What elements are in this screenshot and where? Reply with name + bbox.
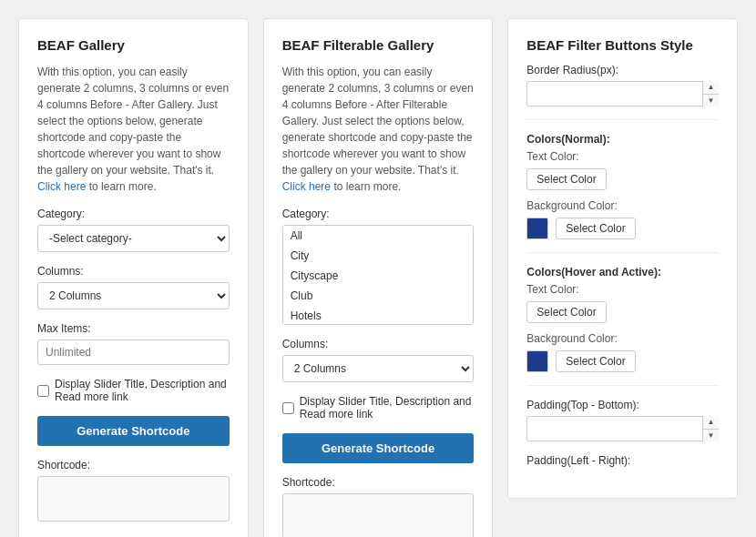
padding-top-bottom-spinners: ▲ ▼	[702, 416, 719, 441]
text-color-normal-btn[interactable]: Select Color	[526, 168, 606, 190]
padding-left-right-label: Padding(Left - Right):	[526, 454, 719, 467]
gallery-maxitems-group: Max Items:	[37, 322, 230, 365]
hover-text-color-row: Select Color	[526, 301, 719, 323]
divider-2	[526, 252, 719, 253]
filterable-checkbox[interactable]	[282, 402, 294, 414]
border-radius-group: Border Radius(px): ▲ ▼	[526, 64, 719, 106]
text-color-normal-label: Text Color:	[526, 150, 719, 163]
gallery-columns-label: Columns:	[37, 265, 230, 278]
gallery-shortcode-textarea[interactable]	[37, 476, 230, 522]
filterable-columns-label: Columns:	[282, 338, 475, 350]
filterable-panel-description: With this option, you can easily generat…	[282, 64, 475, 195]
category-item-all[interactable]: All	[283, 226, 474, 246]
filterable-checkbox-label[interactable]: Display Slider Title, Description and Re…	[282, 395, 475, 420]
category-item-hotels[interactable]: Hotels	[283, 306, 474, 325]
filterable-panel-title: BEAF Filterable Gallery	[282, 37, 475, 53]
gallery-maxitems-label: Max Items:	[37, 322, 230, 335]
border-radius-up-btn[interactable]: ▲	[703, 81, 719, 95]
filterable-category-label: Category:	[282, 208, 475, 220]
gallery-generate-btn[interactable]: Generate Shortcode	[37, 416, 230, 446]
gallery-columns-select[interactable]: 2 Columns 3 Columns 4 Columns	[37, 282, 230, 309]
filterable-click-here-link[interactable]: Click here	[282, 180, 331, 193]
hover-bg-color-label: Background Color:	[526, 332, 719, 345]
filterable-shortcode-label: Shortcode:	[282, 476, 475, 489]
category-item-club[interactable]: Club	[283, 286, 474, 306]
gallery-panel-title: BEAF Gallery	[37, 37, 230, 53]
filterable-shortcode-textarea[interactable]	[282, 493, 475, 537]
gallery-category-group: Category: -Select category-	[37, 208, 230, 252]
bg-color-normal-btn[interactable]: Select Color	[556, 218, 635, 239]
text-color-normal-row: Select Color	[526, 168, 719, 190]
gallery-category-select[interactable]: -Select category-	[37, 225, 230, 252]
category-item-cityscape[interactable]: Cityscape	[283, 266, 474, 286]
padding-top-bottom-input[interactable]	[526, 416, 719, 441]
border-radius-spinners: ▲ ▼	[702, 81, 719, 106]
hover-bg-color-row: Select Color	[526, 350, 719, 372]
gallery-checkbox-label[interactable]: Display Slider Title, Description and Re…	[37, 378, 230, 403]
padding-top-bottom-group: Padding(Top - Bottom): ▲ ▼	[526, 399, 719, 441]
border-radius-down-btn[interactable]: ▼	[703, 95, 719, 107]
border-radius-input[interactable]	[526, 81, 719, 106]
bg-color-normal-row: Select Color	[526, 218, 719, 239]
divider-3	[526, 385, 719, 386]
bg-color-normal-label: Background Color:	[526, 199, 719, 212]
filterable-columns-group: Columns: 2 Columns 3 Columns 4 Columns	[282, 338, 475, 382]
colors-normal-label: Colors(Normal):	[526, 133, 719, 146]
filterable-category-group: Category: All City Cityscape Club Hotels	[282, 208, 475, 325]
filter-buttons-style-panel: BEAF Filter Buttons Style Border Radius(…	[507, 18, 738, 499]
padding-top-bottom-down-btn[interactable]: ▼	[703, 430, 719, 442]
filterable-category-multiselect[interactable]: All City Cityscape Club Hotels	[282, 225, 475, 325]
colors-hover-group: Colors(Hover and Active): Text Color: Se…	[526, 266, 719, 372]
gallery-maxitems-input[interactable]	[37, 339, 230, 365]
hover-bg-color-btn[interactable]: Select Color	[556, 350, 635, 372]
hover-bg-color-swatch	[526, 350, 548, 372]
gallery-shortcode-label: Shortcode:	[37, 459, 230, 471]
gallery-panel: BEAF Gallery With this option, you can e…	[18, 18, 249, 537]
colors-normal-group: Colors(Normal): Text Color: Select Color…	[526, 133, 719, 239]
gallery-columns-group: Columns: 2 Columns 3 Columns 4 Columns	[37, 265, 230, 309]
border-radius-label: Border Radius(px):	[526, 64, 719, 76]
gallery-checkbox[interactable]	[37, 385, 49, 397]
border-radius-input-wrap: ▲ ▼	[526, 81, 719, 106]
gallery-category-label: Category:	[37, 208, 230, 220]
colors-hover-label: Colors(Hover and Active):	[526, 266, 719, 279]
padding-left-right-group: Padding(Left - Right):	[526, 454, 719, 467]
gallery-click-here-link[interactable]: Click here	[37, 180, 86, 193]
filterable-generate-btn[interactable]: Generate Shortcode	[282, 433, 475, 463]
gallery-panel-description: With this option, you can easily generat…	[37, 64, 230, 195]
bg-color-normal-swatch	[526, 218, 548, 239]
filterable-columns-select[interactable]: 2 Columns 3 Columns 4 Columns	[282, 355, 475, 382]
filterable-gallery-panel: BEAF Filterable Gallery With this option…	[263, 18, 494, 537]
padding-top-bottom-label: Padding(Top - Bottom):	[526, 399, 719, 411]
hover-text-color-btn[interactable]: Select Color	[526, 301, 606, 323]
padding-top-bottom-up-btn[interactable]: ▲	[703, 416, 719, 430]
category-item-city[interactable]: City	[283, 246, 474, 266]
divider-1	[526, 119, 719, 120]
filter-style-panel-title: BEAF Filter Buttons Style	[526, 37, 719, 53]
padding-top-bottom-wrap: ▲ ▼	[526, 416, 719, 441]
hover-text-color-label: Text Color:	[526, 283, 719, 296]
